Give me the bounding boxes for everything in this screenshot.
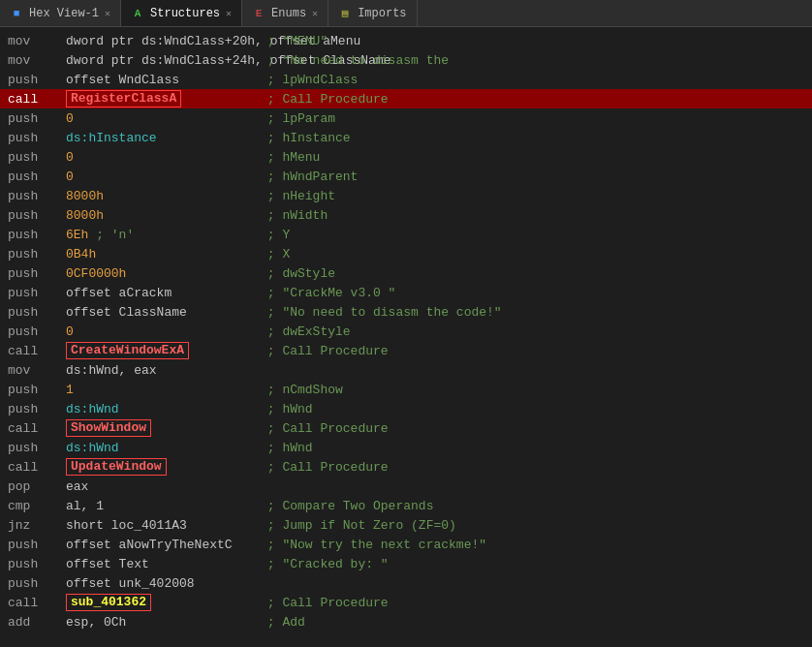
operand1-22: UpdateWindow xyxy=(66,458,260,476)
tab-imports[interactable]: ▤ Imports xyxy=(328,0,417,26)
asm-line-0[interactable]: mov dword ptr ds:WndClass+20h, offset aM… xyxy=(0,31,812,50)
asm-line-18[interactable]: push 1 ; nCmdShow xyxy=(0,380,812,399)
tab-enum-close[interactable]: ✕ xyxy=(312,8,318,19)
hex-icon: ■ xyxy=(10,7,23,20)
operand1-18: 1 xyxy=(66,383,260,397)
mnemonic-21: push xyxy=(8,441,66,455)
tab-import-label: Imports xyxy=(358,7,406,20)
asm-line-23[interactable]: pop eax xyxy=(0,477,812,496)
mnemonic-29: call xyxy=(8,596,66,610)
operand1-16: CreateWindowExA xyxy=(66,342,260,359)
operand1-5: ds:hInstance xyxy=(66,131,260,145)
boxed-call-updatewindow: UpdateWindow xyxy=(66,458,167,476)
mnemonic-2: push xyxy=(8,73,66,87)
asm-line-22[interactable]: call UpdateWindow ; Call Procedure xyxy=(0,457,812,477)
mnemonic-19: push xyxy=(8,402,66,416)
comment-20: ; Call Procedure xyxy=(260,421,804,436)
operand1-4: 0 xyxy=(66,111,260,126)
tab-structures[interactable]: A Structures ✕ xyxy=(121,0,242,26)
tab-struct-label: Structures xyxy=(150,7,220,20)
asm-line-16[interactable]: call CreateWindowExA ; Call Procedure xyxy=(0,341,812,360)
mnemonic-10: push xyxy=(8,228,66,242)
operand1-9: 8000h xyxy=(66,208,260,223)
mnemonic-8: push xyxy=(8,189,66,203)
comment-18: ; nCmdShow xyxy=(260,383,804,397)
operand1-15: 0 xyxy=(66,324,260,339)
asm-line-9[interactable]: push 8000h ; nWidth xyxy=(0,205,812,225)
operand1-17: ds:hWnd, eax xyxy=(66,363,260,378)
asm-line-8[interactable]: push 8000h ; nHeight xyxy=(0,186,812,205)
enum-icon: E xyxy=(252,7,265,20)
asm-line-12[interactable]: push 0CF0000h ; dwStyle xyxy=(0,263,812,283)
asm-line-17[interactable]: mov ds:hWnd, eax xyxy=(0,360,812,380)
mnemonic-14: push xyxy=(8,305,66,320)
tab-struct-close[interactable]: ✕ xyxy=(226,8,232,19)
asm-line-26[interactable]: push offset aNowTryTheNextC ; "Now try t… xyxy=(0,535,812,554)
boxed-call-createwindowexa: CreateWindowExA xyxy=(66,342,189,359)
boxed-call-registerclassa: RegisterClassA xyxy=(66,90,181,108)
tab-enums[interactable]: E Enums ✕ xyxy=(242,0,328,26)
mnemonic-7: push xyxy=(8,169,66,184)
asm-line-27[interactable]: push offset Text ; "Cracked by: " xyxy=(0,554,812,573)
comment-24: ; Compare Two Operands xyxy=(260,499,804,513)
asm-line-3[interactable]: call RegisterClassA ; Call Procedure xyxy=(0,89,812,108)
tab-hex-close[interactable]: ✕ xyxy=(105,8,110,19)
mnemonic-12: push xyxy=(8,266,66,281)
operand1-2: offset WndClass xyxy=(66,73,260,87)
app-container: ■ Hex View-1 ✕ A Structures ✕ E Enums ✕ … xyxy=(0,0,812,647)
asm-line-30[interactable]: add esp, 0Ch ; Add xyxy=(0,612,812,632)
asm-line-13[interactable]: push offset aCrackm ; "CrackMe v3.0 " xyxy=(0,283,812,302)
comment-29: ; Call Procedure xyxy=(260,596,804,610)
asm-line-10[interactable]: push 6Eh ; 'n' ; Y xyxy=(0,225,812,244)
comment-14: ; "No need to disasm the code!" xyxy=(260,305,804,320)
comment-5: ; hInstance xyxy=(260,131,804,145)
struct-icon: A xyxy=(131,7,144,20)
comment-30: ; Add xyxy=(260,615,804,630)
comment-16: ; Call Procedure xyxy=(260,344,804,358)
asm-line-2[interactable]: push offset WndClass ; lpWndClass xyxy=(0,70,812,89)
asm-line-24[interactable]: cmp al, 1 ; Compare Two Operands xyxy=(0,496,812,515)
comment-15: ; dwExStyle xyxy=(260,324,804,339)
asm-line-6[interactable]: push 0 ; hMenu xyxy=(0,147,812,167)
asm-line-28[interactable]: push offset unk_402008 xyxy=(0,573,812,593)
mnemonic-26: push xyxy=(8,538,66,552)
comment-6: ; hMenu xyxy=(260,150,804,165)
boxed-call-sub401362: sub_401362 xyxy=(66,594,151,611)
mnemonic-18: push xyxy=(8,383,66,397)
asm-line-14[interactable]: push offset ClassName ; "No need to disa… xyxy=(0,302,812,322)
tab-hex-label: Hex View-1 xyxy=(29,7,99,20)
mnemonic-16: call xyxy=(8,344,66,358)
asm-line-7[interactable]: push 0 ; hWndParent xyxy=(0,167,812,186)
operand1-25: short loc_4011A3 xyxy=(66,518,260,533)
comment-3: ; Call Procedure xyxy=(260,92,804,107)
comment-0: ; "MENU" xyxy=(260,34,804,48)
tab-hex-view-1[interactable]: ■ Hex View-1 ✕ xyxy=(0,0,121,26)
operand1-30: esp, 0Ch xyxy=(66,615,260,630)
asm-line-29[interactable]: call sub_401362 ; Call Procedure xyxy=(0,593,812,612)
asm-line-19[interactable]: push ds:hWnd ; hWnd xyxy=(0,399,812,418)
comment-2: ; lpWndClass xyxy=(260,73,804,87)
operand1-26: offset aNowTryTheNextC xyxy=(66,538,260,552)
asm-line-21[interactable]: push ds:hWnd ; hWnd xyxy=(0,438,812,457)
mnemonic-6: push xyxy=(8,150,66,165)
comment-7: ; hWndParent xyxy=(260,169,804,184)
asm-line-25[interactable]: jnz short loc_4011A3 ; Jump if Not Zero … xyxy=(0,515,812,535)
import-icon: ▤ xyxy=(338,7,352,20)
operand1-11: 0B4h xyxy=(66,247,260,262)
operand1-6: 0 xyxy=(66,150,260,165)
asm-line-20[interactable]: call ShowWindow ; Call Procedure xyxy=(0,418,812,438)
asm-line-5[interactable]: push ds:hInstance ; hInstance xyxy=(0,128,812,147)
operand1-8: 8000h xyxy=(66,189,260,203)
comment-22: ; Call Procedure xyxy=(260,460,804,475)
asm-line-15[interactable]: push 0 ; dwExStyle xyxy=(0,322,812,341)
mnemonic-15: push xyxy=(8,324,66,339)
operand1-21: ds:hWnd xyxy=(66,441,260,455)
asm-line-11[interactable]: push 0B4h ; X xyxy=(0,244,812,263)
assembly-view: mov dword ptr ds:WndClass+20h, offset aM… xyxy=(0,27,812,647)
asm-line-1[interactable]: mov dword ptr ds:WndClass+24h, offset Cl… xyxy=(0,50,812,70)
asm-line-4[interactable]: push 0 ; lpParam xyxy=(0,108,812,128)
comment-27: ; "Cracked by: " xyxy=(260,557,804,571)
tab-bar: ■ Hex View-1 ✕ A Structures ✕ E Enums ✕ … xyxy=(0,0,812,27)
operand1-13: offset aCrackm xyxy=(66,286,260,300)
operand1-14: offset ClassName xyxy=(66,305,260,320)
